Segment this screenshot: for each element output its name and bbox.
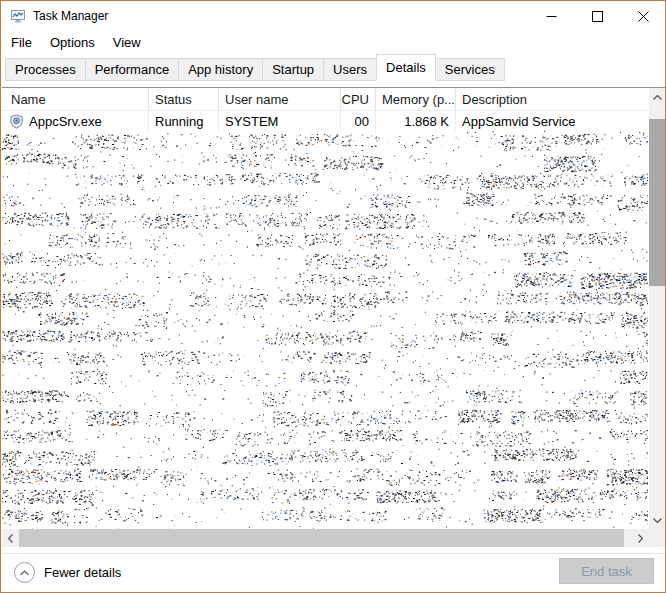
- process-name: AppcSrv.exe: [29, 114, 102, 129]
- maximize-button[interactable]: [574, 1, 620, 31]
- column-header-description[interactable]: Description: [456, 88, 649, 110]
- cell-status: Running: [149, 111, 219, 131]
- fewer-details-toggle[interactable]: Fewer details: [14, 562, 121, 583]
- horizontal-scrollbar-thumb[interactable]: [19, 529, 624, 547]
- minimize-icon: [546, 11, 557, 22]
- tab-users[interactable]: Users: [323, 58, 377, 81]
- close-icon: [638, 11, 649, 22]
- task-manager-window: Task Manager File Options View Processes…: [0, 0, 666, 593]
- cell-cpu: 00: [341, 111, 376, 131]
- scroll-left-button[interactable]: [2, 529, 19, 547]
- chevron-up-icon: [653, 95, 662, 100]
- column-header-user-name[interactable]: User name: [219, 88, 341, 110]
- tab-details[interactable]: Details: [376, 54, 436, 81]
- tab-startup[interactable]: Startup: [262, 58, 324, 81]
- column-header-name[interactable]: Name: [2, 88, 149, 110]
- task-manager-icon: [10, 8, 26, 24]
- menubar: File Options View: [2, 31, 666, 54]
- column-header-status[interactable]: Status: [149, 88, 219, 110]
- tab-app-history[interactable]: App history: [178, 58, 263, 81]
- footer: Fewer details End task: [2, 554, 666, 593]
- menu-options[interactable]: Options: [41, 32, 104, 53]
- chevron-up-circle-icon: [14, 562, 35, 583]
- tab-services[interactable]: Services: [435, 58, 505, 81]
- window-title: Task Manager: [33, 9, 108, 23]
- scrollbar-corner: [649, 529, 666, 547]
- menu-view[interactable]: View: [104, 32, 150, 53]
- scroll-up-button[interactable]: [649, 88, 666, 106]
- cell-description: AppSamvid Service: [456, 111, 649, 131]
- table-header: Name Status User name CPU Memory (p... D…: [2, 88, 649, 111]
- cell-memory: 1.868 K: [376, 111, 456, 131]
- caption-buttons: [528, 1, 666, 31]
- scroll-down-button[interactable]: [649, 511, 666, 529]
- tabstrip: Processes Performance App history Startu…: [5, 54, 504, 81]
- vertical-scrollbar-thumb[interactable]: [649, 119, 666, 286]
- chevron-left-icon: [8, 534, 13, 543]
- horizontal-scrollbar[interactable]: [2, 529, 649, 547]
- titlebar: Task Manager: [2, 1, 666, 31]
- cell-user-name: SYSTEM: [219, 111, 341, 131]
- chevron-down-icon: [653, 518, 662, 523]
- end-task-button[interactable]: End task: [559, 558, 654, 584]
- column-header-cpu[interactable]: CPU: [341, 88, 376, 110]
- column-header-memory[interactable]: Memory (p...: [376, 88, 456, 110]
- table-row[interactable]: AppcSrv.exe Running SYSTEM 00 1.868 K Ap…: [2, 111, 649, 131]
- menu-file[interactable]: File: [2, 32, 41, 53]
- scroll-right-button[interactable]: [632, 529, 649, 547]
- chevron-right-icon: [638, 534, 643, 543]
- close-button[interactable]: [620, 1, 666, 31]
- maximize-icon: [592, 11, 603, 22]
- vertical-scrollbar[interactable]: [649, 88, 666, 529]
- minimize-button[interactable]: [528, 1, 574, 31]
- tab-performance[interactable]: Performance: [85, 58, 179, 81]
- corrupted-rows-noise: [2, 131, 648, 529]
- fewer-details-label: Fewer details: [44, 565, 121, 580]
- shield-app-icon: [9, 114, 24, 129]
- cell-name: AppcSrv.exe: [2, 111, 149, 131]
- tab-processes[interactable]: Processes: [5, 58, 86, 81]
